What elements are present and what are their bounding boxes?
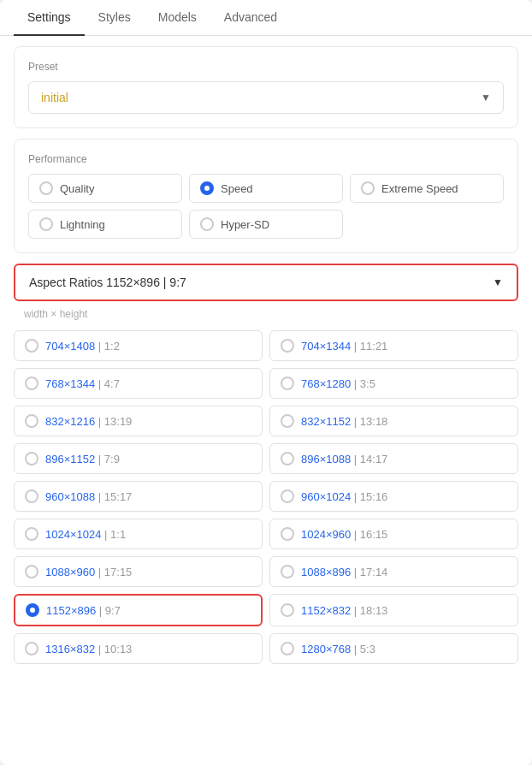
ar-label-17: 1280×768 | 5:3 xyxy=(301,643,375,655)
radio-speed xyxy=(200,181,214,195)
ar-label-10: 1024×1024 | 1:1 xyxy=(45,528,126,541)
radio-ar-4 xyxy=(25,414,38,428)
tab-styles[interactable]: Styles xyxy=(85,0,145,36)
ar-label-4: 832×1216 | 13:19 xyxy=(45,415,132,428)
ar-label-15: 1152×832 | 18:13 xyxy=(301,604,387,617)
perf-extreme-label: Extreme Speed xyxy=(381,182,458,195)
ar-label-6: 896×1152 | 7:9 xyxy=(45,453,120,466)
ar-option-960x1024[interactable]: 960×1024 | 15:16 xyxy=(269,481,518,512)
perf-option-extreme-speed[interactable]: Extreme Speed xyxy=(350,174,504,203)
radio-ar-16 xyxy=(25,642,38,655)
performance-section: Performance Quality Speed Extreme Speed xyxy=(14,139,518,253)
radio-hyper-sd xyxy=(200,217,214,231)
performance-row1: Quality Speed Extreme Speed xyxy=(28,174,504,203)
ar-option-768x1344[interactable]: 768×1344 | 4:7 xyxy=(14,368,263,399)
ar-option-1024x960[interactable]: 1024×960 | 16:15 xyxy=(269,519,518,549)
ar-option-1152x832[interactable]: 1152×832 | 18:13 xyxy=(269,594,518,626)
preset-dropdown[interactable]: initial ▼ xyxy=(28,81,504,114)
perf-option-hyper-sd[interactable]: Hyper-SD xyxy=(189,210,343,239)
perf-lightning-label: Lightning xyxy=(60,218,105,231)
ar-option-1316x832[interactable]: 1316×832 | 10:13 xyxy=(14,633,263,664)
ar-label-2: 768×1344 | 4:7 xyxy=(45,377,120,390)
aspect-ratio-title: Aspect Ratios 1152×896 | 9:7 xyxy=(29,276,186,289)
ar-option-960x1088[interactable]: 960×1088 | 15:17 xyxy=(14,481,263,512)
ar-label-5: 832×1152 | 13:18 xyxy=(301,415,387,428)
radio-ar-3 xyxy=(281,377,294,390)
radio-ar-14 xyxy=(26,603,39,617)
perf-quality-label: Quality xyxy=(60,182,94,195)
aspect-ratio-header[interactable]: Aspect Ratios 1152×896 | 9:7 ▼ xyxy=(14,264,518,301)
ar-label-14: 1152×896 | 9:7 xyxy=(46,604,121,617)
radio-extreme-speed xyxy=(361,181,375,195)
ar-option-1088x896[interactable]: 1088×896 | 17:14 xyxy=(269,556,518,587)
ar-option-1024x1024[interactable]: 1024×1024 | 1:1 xyxy=(14,519,263,549)
ar-option-832x1152[interactable]: 832×1152 | 13:18 xyxy=(269,406,518,436)
ar-label-9: 960×1024 | 15:16 xyxy=(301,490,387,503)
ar-option-768x1280[interactable]: 768×1280 | 3:5 xyxy=(269,368,518,399)
aspect-ratio-chevron-icon: ▼ xyxy=(493,276,503,288)
ar-label-3: 768×1280 | 3:5 xyxy=(301,377,375,390)
ar-label-7: 896×1088 | 14:17 xyxy=(301,453,387,466)
radio-ar-5 xyxy=(281,414,294,428)
radio-ar-15 xyxy=(281,603,294,617)
perf-option-speed[interactable]: Speed xyxy=(189,174,343,203)
tab-settings[interactable]: Settings xyxy=(14,0,85,36)
radio-ar-8 xyxy=(25,489,38,503)
radio-ar-12 xyxy=(25,565,38,578)
ar-label-1: 704×1344 | 11:21 xyxy=(301,340,387,353)
perf-speed-label: Speed xyxy=(221,182,253,195)
radio-ar-2 xyxy=(25,377,38,390)
preset-label: Preset xyxy=(28,61,504,73)
ar-label-12: 1088×960 | 17:15 xyxy=(45,566,132,578)
radio-ar-7 xyxy=(281,452,294,466)
radio-ar-1 xyxy=(281,339,294,353)
tab-advanced[interactable]: Advanced xyxy=(210,0,291,36)
ar-label-8: 960×1088 | 15:17 xyxy=(45,490,132,503)
radio-ar-11 xyxy=(281,527,294,541)
ar-option-896x1152[interactable]: 896×1152 | 7:9 xyxy=(14,443,263,474)
ar-option-704x1408[interactable]: 704×1408 | 1:2 xyxy=(14,330,263,361)
perf-hyper-label: Hyper-SD xyxy=(221,218,269,231)
ar-option-1280x768[interactable]: 1280×768 | 5:3 xyxy=(269,633,518,664)
ar-label-11: 1024×960 | 16:15 xyxy=(301,528,387,541)
preset-section: Preset initial ▼ xyxy=(14,46,518,128)
perf-option-lightning[interactable]: Lightning xyxy=(28,210,182,239)
radio-ar-9 xyxy=(281,489,294,503)
aspect-ratio-grid: 704×1408 | 1:2704×1344 | 11:21768×1344 |… xyxy=(0,323,532,671)
radio-ar-17 xyxy=(281,642,294,655)
radio-ar-0 xyxy=(25,339,38,353)
perf-option-quality[interactable]: Quality xyxy=(28,174,182,203)
ar-option-896x1088[interactable]: 896×1088 | 14:17 xyxy=(269,443,518,474)
ar-label-13: 1088×896 | 17:14 xyxy=(301,566,387,578)
radio-ar-13 xyxy=(281,565,294,578)
dropdown-arrow-icon: ▼ xyxy=(481,92,491,104)
main-container: Settings Styles Models Advanced Preset i… xyxy=(0,0,532,765)
performance-row2: Lightning Hyper-SD xyxy=(28,210,504,239)
radio-lightning xyxy=(39,217,53,231)
ar-option-832x1216[interactable]: 832×1216 | 13:19 xyxy=(14,406,263,436)
ar-label-16: 1316×832 | 10:13 xyxy=(45,643,132,655)
ar-option-704x1344[interactable]: 704×1344 | 11:21 xyxy=(269,330,518,361)
wh-label: width × height xyxy=(0,301,532,323)
tabs-bar: Settings Styles Models Advanced xyxy=(0,0,532,36)
radio-ar-10 xyxy=(25,527,38,541)
preset-value: initial xyxy=(41,91,68,104)
performance-label: Performance xyxy=(28,153,504,165)
radio-quality xyxy=(39,181,53,195)
tab-models[interactable]: Models xyxy=(145,0,210,36)
ar-label-0: 704×1408 | 1:2 xyxy=(45,340,120,353)
ar-option-1152x896[interactable]: 1152×896 | 9:7 xyxy=(14,594,263,626)
radio-ar-6 xyxy=(25,452,38,466)
ar-option-1088x960[interactable]: 1088×960 | 17:15 xyxy=(14,556,263,587)
